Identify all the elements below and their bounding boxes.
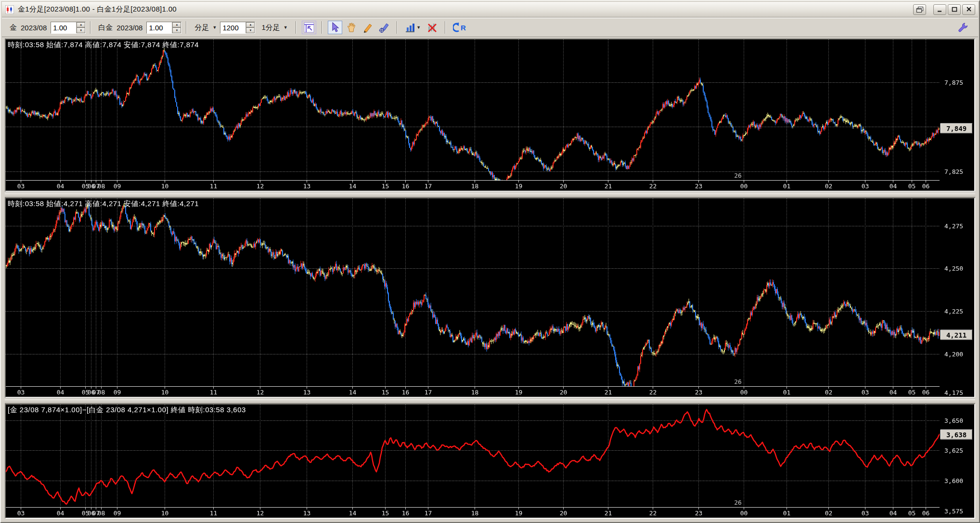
minimize-button[interactable] [933, 4, 946, 15]
titlebar[interactable]: 金1分足[2023/08]1.00 - 白金1分足[2023/08]1.00 [2, 2, 978, 17]
app-window: 金1分足[2023/08]1.00 - 白金1分足[2023/08]1.00 金… [0, 0, 980, 523]
panel-splitter-2[interactable] [5, 398, 975, 404]
settings-wrench-button[interactable] [956, 21, 970, 34]
panel-splitter-1[interactable] [5, 192, 975, 197]
toolbar: 金 2023/08 ▲▼ 白金 2023/08 ▲▼ 分足 ▼ ▲▼ 1分足 ▼ [2, 18, 978, 37]
platinum-chart-canvas[interactable] [6, 198, 974, 397]
gold-multiplier-input[interactable] [51, 22, 76, 33]
chevron-down-icon: ▼ [416, 25, 421, 30]
platinum-chart-panel: 時刻:03:58 始値:4,271 高値:4,271 安値:4,271 終値:4… [5, 197, 975, 398]
platinum-multiplier-up-button[interactable]: ▲ [172, 22, 181, 28]
close-icon [966, 7, 972, 12]
app-icon [5, 5, 14, 14]
gold-chart-panel: 時刻:03:58 始値:7,874 高値:7,874 安値:7,874 終値:7… [5, 39, 975, 192]
select-cursor-tool-button[interactable] [328, 21, 342, 34]
bar-count-input[interactable] [220, 22, 245, 33]
spread-chart-panel: [金 23/08 7,874×1.00]−[白金 23/08 4,271×1.0… [5, 404, 975, 519]
toolbar-separator [186, 21, 187, 34]
gold-multiplier-down-button[interactable]: ▼ [77, 27, 85, 33]
pencil-icon [362, 22, 373, 33]
maximize-button[interactable] [948, 4, 961, 15]
bar-count-down-button[interactable]: ▼ [246, 27, 255, 33]
toolbar-separator [322, 21, 322, 34]
wrench-icon [958, 22, 968, 33]
gold-multiplier-spinner: ▲▼ [51, 22, 86, 34]
float-window-button[interactable] [913, 4, 926, 15]
gold-chart-canvas[interactable] [6, 39, 974, 191]
platinum-multiplier-input[interactable] [147, 22, 172, 33]
draw-line-tool-button[interactable] [361, 21, 375, 34]
maximize-icon [952, 7, 957, 12]
clear-compare-button[interactable] [425, 21, 439, 34]
chart-style-dropdown-button[interactable]: ▼ [403, 21, 423, 34]
minimize-icon [937, 7, 943, 12]
gold-contract-month: 2023/08 [21, 24, 47, 32]
bar-count-up-button[interactable]: ▲ [246, 22, 255, 28]
chart-pointer-icon [304, 22, 314, 33]
toolbar-separator [90, 21, 91, 34]
spread-chart-canvas[interactable] [6, 405, 974, 518]
bar-chart-icon [405, 22, 415, 33]
platinum-contract-month: 2023/08 [116, 24, 142, 32]
toolbar-separator [296, 21, 297, 34]
svg-text:R: R [461, 24, 466, 32]
marker-crosshair-icon [378, 22, 390, 33]
toolbar-separator [445, 21, 446, 34]
cursor-arrow-icon [330, 22, 340, 33]
chevron-down-icon: ▼ [284, 25, 288, 30]
toolbar-separator [397, 21, 398, 34]
platinum-multiplier-down-button[interactable]: ▼ [172, 27, 181, 33]
hand-icon [346, 22, 357, 33]
bar-count-spinner: ▲▼ [220, 22, 255, 34]
float-window-icon [916, 7, 923, 13]
refresh-cr-icon: R [453, 22, 467, 33]
chevron-down-icon: ▼ [212, 25, 217, 30]
window-title: 金1分足[2023/08]1.00 - 白金1分足[2023/08]1.00 [18, 5, 177, 14]
interval-dropdown[interactable]: 1分足 ▼ [258, 21, 291, 34]
platinum-multiplier-spinner: ▲▼ [146, 22, 181, 34]
marker-tool-button[interactable] [377, 21, 391, 34]
pan-tool-button[interactable] [344, 21, 359, 34]
close-button[interactable] [962, 4, 975, 15]
reload-chart-button[interactable]: R [451, 21, 469, 34]
gold-multiplier-up-button[interactable]: ▲ [77, 22, 85, 28]
platinum-symbol-label: 白金 [98, 23, 113, 32]
bar-type-dropdown[interactable]: 分足 ▼ [191, 21, 220, 34]
chart-cancel-icon [427, 22, 438, 33]
gold-symbol-label: 金 [10, 23, 17, 32]
chart-settings-button[interactable] [302, 21, 316, 34]
